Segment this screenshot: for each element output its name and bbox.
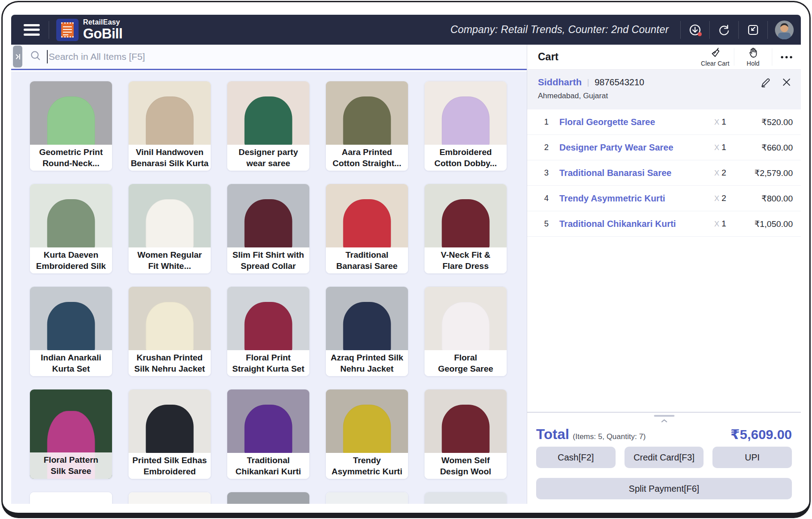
product-image: [326, 184, 408, 247]
download-update-icon[interactable]: [681, 15, 709, 45]
product-card[interactable]: [424, 492, 507, 504]
garment-shape: [146, 405, 194, 453]
item-quantity: X1: [714, 117, 740, 127]
product-card[interactable]: Vinil HandwovenBenarasi Silk Kurta: [128, 81, 211, 171]
cart-header: Cart Clear Cart Hold: [527, 45, 801, 70]
product-card[interactable]: Indian AnarkaliKurta Set: [29, 286, 112, 377]
product-card[interactable]: Kurta DaevenEmbroidered Silk: [29, 184, 112, 274]
customer-address: Ahmedabad, Gujarat: [538, 92, 790, 100]
close-customer-icon[interactable]: [782, 78, 791, 89]
product-name: Krushan PrintedSilk Nehru Jacket: [129, 350, 211, 377]
search-input[interactable]: [49, 51, 527, 62]
product-image: [30, 287, 112, 350]
product-image: [425, 389, 507, 453]
update-badge: [698, 32, 702, 36]
item-name-link[interactable]: Floral Georgette Saree: [559, 117, 714, 127]
cart-item-row[interactable]: 5 Traditional Chikankari Kurti X1 ₹1,050…: [527, 211, 801, 237]
product-card[interactable]: Women RegularFit White...: [128, 184, 211, 274]
product-card[interactable]: Women SelfDesign Wool: [424, 389, 507, 479]
garment-shape: [343, 96, 391, 145]
product-grid: Geometric PrintRound-Neck... Vinil Handw…: [11, 71, 527, 504]
company-counter-text: Company: Retail Trends, Counter: 2nd Cou…: [450, 24, 669, 36]
garment-shape: [245, 405, 292, 453]
cart-item-row[interactable]: 3 Traditional Banarasi Saree X2 ₹2,579.0…: [527, 160, 801, 186]
product-image: [227, 81, 309, 145]
item-name-link[interactable]: Designer Party Wear Saree: [559, 142, 714, 153]
product-card[interactable]: V-Neck Fit &Flare Dress: [424, 184, 507, 274]
product-name: Azraq Printed SilkNehru Jacket: [326, 350, 408, 377]
product-image: [326, 389, 408, 453]
product-image: [129, 184, 211, 247]
total-label: Total: [536, 426, 569, 443]
garment-shape: [343, 405, 391, 453]
split-payment-button[interactable]: Split Payment[F6]: [536, 478, 792, 499]
product-image: [129, 81, 211, 145]
product-card[interactable]: Krushan PrintedSilk Nehru Jacket: [128, 286, 211, 377]
upi-button[interactable]: UPI: [712, 447, 792, 468]
cart-panel: Cart Clear Cart Hold Siddharth: [527, 45, 801, 504]
product-card[interactable]: [227, 492, 310, 504]
item-quantity: X2: [714, 193, 740, 203]
product-card[interactable]: TraditionalBanarasi Saree: [325, 184, 408, 274]
cart-item-row[interactable]: 1 Floral Georgette Saree X1 ₹520.00: [527, 109, 801, 135]
product-image: [326, 81, 408, 145]
item-number: 2: [544, 143, 559, 152]
product-card[interactable]: EmbroideredCotton Dobby...: [424, 81, 507, 171]
broom-icon: [709, 47, 721, 59]
product-card[interactable]: Geometric PrintRound-Neck...: [29, 81, 112, 171]
product-card[interactable]: Printed Silk EdhasEmbroidered: [128, 389, 211, 479]
product-card[interactable]: Floral PrintStraight Kurta Set: [227, 286, 310, 377]
cart-footer: Total (Items: 5, Quantity: 7) ₹5,609.00 …: [527, 412, 801, 504]
sync-icon[interactable]: [710, 15, 738, 45]
customer-name-link[interactable]: Siddharth: [538, 77, 582, 88]
item-price: ₹660.00: [740, 142, 793, 153]
product-name: V-Neck Fit &Flare Dress: [425, 247, 507, 274]
garment-shape: [442, 302, 490, 350]
sidebar-expand-button[interactable]: [13, 46, 22, 67]
cart-item-row[interactable]: 2 Designer Party Wear Saree X1 ₹660.00: [527, 135, 801, 160]
product-card[interactable]: TrendyAsymmetric Kurti: [325, 389, 408, 479]
exit-fullscreen-icon[interactable]: [739, 15, 767, 45]
product-image: [227, 492, 309, 504]
clear-cart-button[interactable]: Clear Cart: [696, 45, 734, 69]
product-name: TraditionalChikankari Kurti: [227, 453, 309, 479]
product-card[interactable]: [325, 492, 408, 504]
item-price: ₹1,050.00: [740, 219, 793, 229]
cash-button[interactable]: Cash[F2]: [536, 447, 616, 468]
item-price: ₹800.00: [740, 193, 793, 204]
product-card[interactable]: Azraq Printed SilkNehru Jacket: [325, 286, 408, 377]
collapse-handle[interactable]: [654, 415, 675, 425]
product-card[interactable]: Slim Fit Shirt withSpread Collar: [227, 184, 310, 274]
product-image: [30, 184, 112, 247]
text-cursor: [47, 50, 48, 63]
item-name-link[interactable]: Traditional Chikankari Kurti: [559, 219, 714, 229]
cart-item-row[interactable]: 4 Trendy Asymmetric Kurti X2 ₹800.00: [527, 186, 801, 211]
product-card[interactable]: TraditionalChikankari Kurti: [227, 389, 310, 479]
item-number: 3: [544, 168, 559, 178]
product-card[interactable]: Designer partywear saree: [227, 81, 310, 171]
product-image: [227, 287, 309, 350]
user-avatar[interactable]: [768, 15, 801, 45]
navbar-left: RetailEasy GoBill: [11, 19, 122, 41]
product-card[interactable]: Aara PrintedCotton Straight...: [325, 81, 408, 171]
product-image: [129, 287, 211, 350]
product-card[interactable]: [29, 492, 112, 504]
product-card[interactable]: FloralGeorge Saree: [424, 286, 507, 377]
credit-card-button[interactable]: Credit Card[F3]: [625, 447, 704, 468]
garment-shape: [442, 199, 490, 247]
hold-label: Hold: [747, 60, 760, 67]
product-card[interactable]: [128, 492, 211, 504]
product-card[interactable]: Floral PatternSilk Saree: [29, 389, 112, 479]
edit-customer-icon[interactable]: [761, 78, 770, 89]
hold-button[interactable]: Hold: [734, 45, 772, 69]
product-name: TrendyAsymmetric Kurti: [326, 453, 408, 479]
screen: RetailEasy GoBill Company: Retail Trends…: [0, 0, 812, 519]
garment-shape: [343, 302, 391, 350]
item-name-link[interactable]: Trendy Asymmetric Kurti: [559, 193, 714, 204]
product-name: EmbroideredCotton Dobby...: [425, 145, 507, 171]
product-image: [326, 287, 408, 350]
item-name-link[interactable]: Traditional Banarasi Saree: [559, 168, 714, 178]
more-options-icon[interactable]: [772, 45, 801, 69]
menu-icon[interactable]: [24, 24, 40, 36]
brand-logo[interactable]: RetailEasy GoBill: [56, 19, 122, 41]
